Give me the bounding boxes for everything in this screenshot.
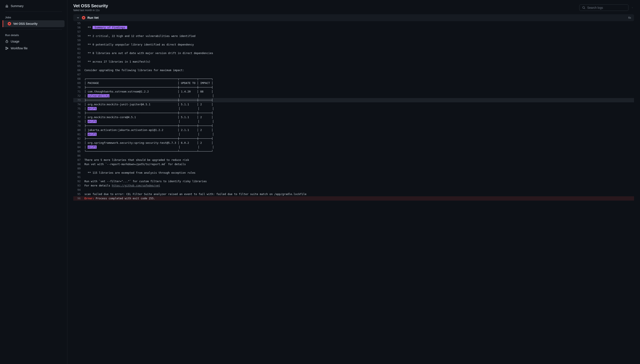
summary-label: Summary <box>11 4 24 8</box>
line-number: 71 <box>73 90 85 94</box>
line-content <box>85 72 634 77</box>
log-line[interactable]: 74│ org.mockito:mockito-junit-jupiter@4.… <box>73 102 634 106</box>
job-item-vet-oss-security[interactable]: Vet OSS Security <box>3 20 65 27</box>
line-number: 89 <box>73 166 85 171</box>
log-line[interactable]: 89 <box>73 166 634 171</box>
log-line[interactable]: 66Consider upgrading the following libra… <box>73 68 634 72</box>
log-line[interactable]: 67 <box>73 72 634 77</box>
run-details-heading: Run details <box>0 32 67 38</box>
line-content: ** 8 libraries are out of date with majo… <box>85 51 634 55</box>
log-line[interactable]: 72│ vulnerability │ │ │ <box>73 94 634 98</box>
divider <box>5 12 62 12</box>
log-line[interactable]: 70├─────────────────────────────────────… <box>73 85 634 90</box>
line-number: 79 <box>73 124 85 128</box>
log-line[interactable]: 85└─────────────────────────────────────… <box>73 149 634 154</box>
log-line[interactable]: 86 <box>73 154 634 158</box>
log-line[interactable]: 92Run with `vet --filter="..."` for cust… <box>73 179 634 184</box>
gear-icon[interactable] <box>630 6 634 10</box>
workflow-file-nav-item[interactable]: Workflow file <box>0 45 67 52</box>
log-line[interactable]: 56 ** Summary of Findings <box>73 26 634 30</box>
line-content: There are 5 more libraries that should b… <box>85 158 634 162</box>
log-line[interactable]: 76├─────────────────────────────────────… <box>73 111 634 115</box>
line-number: 58 <box>73 34 85 38</box>
line-content: │ com.thoughtworks.xstream:xstream@1.2.2… <box>85 90 634 94</box>
search-icon <box>582 6 585 10</box>
line-number: 80 <box>73 128 85 132</box>
log-line[interactable]: 64 ** across 27 libraries in 1 manifest(… <box>73 60 634 64</box>
step-header-run-vet[interactable]: Run Vet 6s <box>73 14 634 21</box>
line-number: 77 <box>73 115 85 120</box>
line-number: 76 <box>73 111 85 115</box>
log-line[interactable]: 77│ org.mockito:mockito-core@4.5.1 │ 5.1… <box>73 115 634 120</box>
line-number: 72 <box>73 94 85 98</box>
log-area[interactable]: Run Vet 6s 5556 ** Summary of Findings 5… <box>67 14 640 364</box>
search-logs[interactable] <box>579 4 628 11</box>
summary-nav-item[interactable]: Summary <box>0 2 67 10</box>
log-line[interactable]: 81│ drift │ │ │ <box>73 132 634 136</box>
log-line[interactable]: 71│ com.thoughtworks.xstream:xstream@1.2… <box>73 90 634 94</box>
usage-nav-item[interactable]: Usage <box>0 38 67 45</box>
line-number: 87 <box>73 158 85 162</box>
svg-point-2 <box>6 49 7 50</box>
log-line[interactable]: 62 ** 8 libraries are out of date with m… <box>73 51 634 55</box>
log-line[interactable]: 63 <box>73 55 634 60</box>
line-content: │ vulnerability │ │ │ <box>85 94 634 98</box>
log-line[interactable]: 83│ org.springframework.security:spring-… <box>73 141 634 145</box>
log-line[interactable]: 87There are 5 more libraries that should… <box>73 158 634 162</box>
log-line[interactable]: 65 <box>73 64 634 68</box>
log-line[interactable]: 93For more details https://github.com/sa… <box>73 184 634 188</box>
log-line[interactable]: 91 <box>73 175 634 179</box>
log-line[interactable]: 78│ drift │ │ │ <box>73 120 634 124</box>
log-line[interactable]: 73├─────────────────────────────────────… <box>73 98 634 102</box>
line-content: Error: Process completed with exit code … <box>85 196 634 200</box>
sidebar: Summary Jobs Vet OSS Security Run detail… <box>0 0 67 364</box>
log-line[interactable]: 82├─────────────────────────────────────… <box>73 136 634 141</box>
log-line[interactable]: 75│ drift │ │ │ <box>73 106 634 111</box>
highlight-tag: drift <box>88 133 97 136</box>
line-number: 61 <box>73 47 85 51</box>
log-line[interactable]: 90 ** 115 libraries are exempted from an… <box>73 171 634 175</box>
log-line[interactable]: 55 <box>73 21 634 26</box>
line-number: 95 <box>73 192 85 196</box>
log-line[interactable]: 61 <box>73 47 634 51</box>
line-number: 92 <box>73 179 85 184</box>
search-input[interactable] <box>587 6 626 10</box>
log-line[interactable]: 68┌─────────────────────────────────────… <box>73 77 634 81</box>
fail-icon <box>8 22 11 26</box>
external-link[interactable]: https://github.com/safedep/vet <box>112 184 160 187</box>
line-number: 85 <box>73 149 85 154</box>
line-content: │ PACKAGE │ UPDATE TO │ IMPACT │ <box>85 81 634 85</box>
line-number: 56 <box>73 26 85 30</box>
line-number: 55 <box>73 21 85 26</box>
line-content <box>85 64 634 68</box>
stopwatch-icon <box>5 40 9 43</box>
line-content: │ org.springframework.security:spring-se… <box>85 141 634 145</box>
line-content <box>85 47 634 51</box>
svg-point-4 <box>583 6 585 8</box>
line-number: 73 <box>73 98 85 102</box>
log-line[interactable]: 96Error: Process completed with exit cod… <box>73 196 634 200</box>
svg-point-3 <box>7 48 8 49</box>
log-line[interactable]: 88Run vet with `--report-markdown=/path/… <box>73 162 634 166</box>
log-line[interactable]: 95scan failed due to error: CEL Filter S… <box>73 192 634 196</box>
log-line[interactable]: 79├─────────────────────────────────────… <box>73 124 634 128</box>
log-line[interactable]: 60 ** 0 potentially unpopular library id… <box>73 42 634 47</box>
line-number: 86 <box>73 154 85 158</box>
line-number: 94 <box>73 188 85 192</box>
line-content: │ drift │ │ │ <box>85 132 634 136</box>
line-content: ┌───────────────────────────────────────… <box>85 77 634 81</box>
line-content: ** 115 libraries are exempted from analy… <box>85 171 634 175</box>
log-line[interactable]: 84│ drift │ │ │ <box>73 145 634 149</box>
line-number: 65 <box>73 64 85 68</box>
home-icon <box>5 4 9 8</box>
line-content <box>85 38 634 42</box>
log-line[interactable]: 58 ** 2 critical, 22 high and 12 other v… <box>73 34 634 38</box>
log-line[interactable]: 69│ PACKAGE │ UPDATE TO │ IMPACT │ <box>73 81 634 85</box>
log-line[interactable]: 94 <box>73 188 634 192</box>
chevron-down-icon[interactable] <box>76 16 80 20</box>
log-line[interactable]: 59 <box>73 38 634 42</box>
step-title: Run Vet <box>88 16 99 20</box>
log-line[interactable]: 57 <box>73 30 634 34</box>
log-line[interactable]: 80│ jakarta.activation:jakarta.activatio… <box>73 128 634 132</box>
line-number: 62 <box>73 51 85 55</box>
